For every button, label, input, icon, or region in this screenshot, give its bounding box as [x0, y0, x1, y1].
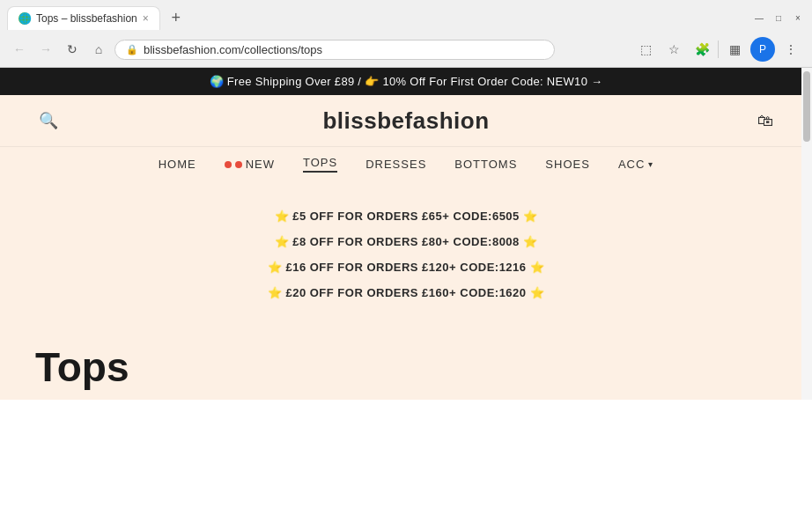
url-text: blissbefashion.com/collections/tops — [144, 43, 322, 56]
nav-acc-label: ACC — [618, 158, 645, 171]
nav-item-tops[interactable]: TOPS — [303, 156, 337, 173]
bookmark-icon[interactable]: ☆ — [661, 37, 686, 62]
window-controls: — □ × — [752, 11, 805, 25]
nav-item-acc[interactable]: ACC ▾ — [618, 158, 653, 171]
promo-line-3: ⭐ £16 OFF FOR ORDERS £120+ CODE:1216 ⭐ — [268, 261, 544, 274]
close-window-button[interactable]: × — [791, 11, 805, 25]
nav-item-home[interactable]: HOME — [159, 158, 196, 171]
tab-close-button[interactable]: × — [143, 12, 149, 25]
minimize-button[interactable]: — — [752, 11, 766, 25]
new-tab-button[interactable]: + — [164, 5, 188, 30]
header-right: 🛍 — [754, 108, 777, 134]
announcement-bar: 🌍 Free Shipping Over £89 / 👉 10% Off For… — [0, 68, 812, 95]
maximize-button[interactable]: □ — [771, 11, 786, 25]
title-bar: 🌐 Tops – blissbefashion × + — □ × — [0, 0, 812, 33]
new-badge-icon-2 — [235, 161, 242, 168]
chevron-down-icon: ▾ — [648, 159, 653, 169]
promo-line-2: ⭐ £8 OFF FOR ORDERS £80+ CODE:8008 ⭐ — [275, 235, 538, 248]
new-badge-icon — [225, 161, 232, 168]
scrollbar-track[interactable] — [801, 68, 812, 400]
tabs-bar: 🌐 Tops – blissbefashion × + — [7, 5, 745, 30]
nav-item-shoes[interactable]: SHOES — [545, 158, 590, 171]
promo-line-1: ⭐ £5 OFF FOR ORDERS £65+ CODE:6505 ⭐ — [275, 210, 538, 223]
forward-button[interactable]: → — [35, 39, 56, 60]
cart-button[interactable]: 🛍 — [754, 108, 777, 134]
search-icon: 🔍 — [39, 112, 58, 129]
secure-icon: 🔒 — [126, 44, 138, 55]
back-button[interactable]: ← — [9, 39, 30, 60]
cart-icon: 🛍 — [757, 112, 773, 129]
toolbar-icons: ⬚ ☆ 🧩 ▦ P ⋮ — [633, 37, 803, 62]
nav-home-label: HOME — [159, 158, 196, 171]
promo-section: ⭐ £5 OFF FOR ORDERS £65+ CODE:6505 ⭐ ⭐ £… — [0, 183, 812, 317]
nav-item-dresses[interactable]: DRESSES — [365, 158, 426, 171]
nav-item-bottoms[interactable]: BOTTOMS — [454, 158, 517, 171]
screenshot-icon[interactable]: ⬚ — [633, 37, 658, 62]
website: 🌍 Free Shipping Over £89 / 👉 10% Off For… — [0, 68, 812, 400]
scrollbar-thumb[interactable] — [803, 71, 810, 142]
toolbar-divider — [718, 40, 719, 58]
page-title: Tops — [0, 317, 812, 400]
search-button[interactable]: 🔍 — [35, 107, 62, 134]
browser-chrome: 🌐 Tops – blissbefashion × + — □ × ← → ↻ … — [0, 0, 812, 68]
tab-title: Tops – blissbefashion — [36, 12, 137, 25]
nav-dresses-label: DRESSES — [365, 158, 426, 171]
nav-shoes-label: SHOES — [545, 158, 590, 171]
sidebar-icon[interactable]: ▦ — [722, 37, 747, 62]
nav-tops-label: TOPS — [303, 156, 337, 169]
website-wrapper: 🌍 Free Shipping Over £89 / 👉 10% Off For… — [0, 68, 812, 400]
refresh-button[interactable]: ↻ — [62, 39, 83, 60]
more-menu-icon[interactable]: ⋮ — [779, 37, 803, 62]
nav-new-label: NEW — [246, 158, 275, 171]
home-button[interactable]: ⌂ — [88, 39, 109, 60]
site-logo[interactable]: blissbefashion — [322, 107, 489, 135]
promo-line-4: ⭐ £20 OFF FOR ORDERS £160+ CODE:1620 ⭐ — [268, 286, 544, 299]
address-bar: ← → ↻ ⌂ 🔒 blissbefashion.com/collections… — [0, 33, 812, 67]
nav-menu: HOME NEW TOPS DRESSES BOTTOMS SHOES ACC … — [0, 146, 812, 183]
profile-icon[interactable]: P — [750, 37, 775, 62]
extensions-icon[interactable]: 🧩 — [690, 37, 714, 62]
site-header: 🔍 blissbefashion 🛍 — [0, 95, 812, 146]
url-bar[interactable]: 🔒 blissbefashion.com/collections/tops — [114, 40, 555, 60]
announcement-text: 🌍 Free Shipping Over £89 / 👉 10% Off For… — [210, 75, 603, 88]
active-tab[interactable]: 🌐 Tops – blissbefashion × — [7, 6, 160, 30]
nav-bottoms-label: BOTTOMS — [454, 158, 517, 171]
tab-favicon: 🌐 — [18, 12, 31, 25]
header-left: 🔍 — [35, 107, 62, 134]
nav-item-new[interactable]: NEW — [225, 158, 275, 171]
